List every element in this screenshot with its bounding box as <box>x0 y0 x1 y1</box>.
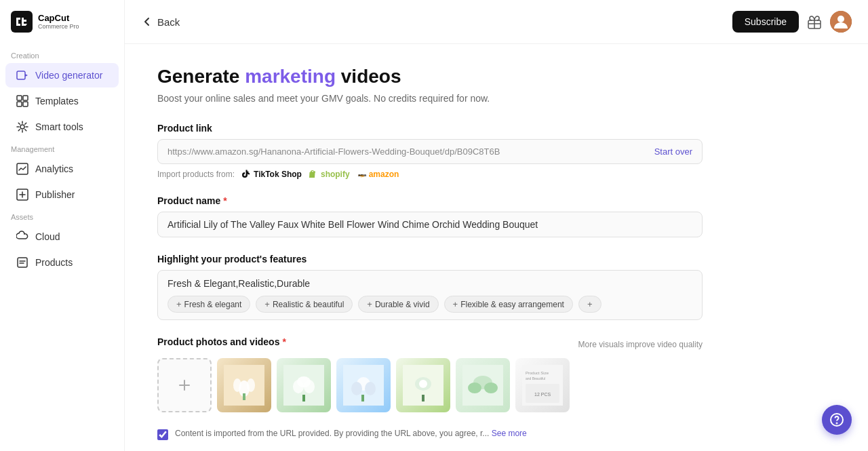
title-pre: Generate <box>157 66 245 87</box>
sidebar: CapCut Commerce Pro Creation Video gener… <box>0 0 125 451</box>
svg-point-37 <box>484 383 498 393</box>
shopify-icon <box>309 170 318 179</box>
sidebar-item-video-generator[interactable]: Video generator <box>5 63 119 87</box>
sidebar-item-cloud[interactable]: Cloud <box>5 224 119 249</box>
sidebar-item-label: Publisher <box>35 189 75 200</box>
sidebar-item-smart-tools[interactable]: Smart tools <box>5 115 119 139</box>
flower-thumbnail-6: Product Size and Beautiful 12 PCS <box>522 365 563 406</box>
photo-thumb-4[interactable] <box>396 358 450 412</box>
page-subtitle: Boost your online sales and meet your GM… <box>157 93 703 104</box>
start-over-link[interactable]: Start over <box>654 146 692 157</box>
add-photo-icon <box>176 377 193 393</box>
tiktok-shop-badge[interactable]: TikTok Shop <box>241 170 302 179</box>
product-name-section: Product name * <box>157 195 703 237</box>
required-marker: * <box>223 195 226 206</box>
shopify-badge[interactable]: shopify <box>309 170 350 179</box>
feature-tags: +Fresh & elegant +Realistic & beautiful … <box>167 296 692 313</box>
subscribe-button[interactable]: Subscribe <box>732 11 799 33</box>
sidebar-item-products[interactable]: Products <box>5 250 119 275</box>
photo-thumb-1[interactable] <box>217 358 271 412</box>
consent-checkbox[interactable] <box>157 429 168 440</box>
smart-tools-icon <box>16 121 28 133</box>
see-more-link[interactable]: See more <box>492 429 527 438</box>
svg-rect-10 <box>18 258 27 267</box>
photos-label: Product photos and videos * <box>157 336 286 347</box>
title-highlight: marketing <box>245 66 336 87</box>
sidebar-item-label: Products <box>35 257 73 268</box>
svg-rect-19 <box>243 393 245 400</box>
sidebar-item-label: Analytics <box>35 163 73 174</box>
feature-tag[interactable]: +Flexible & easy arrangement <box>444 296 573 313</box>
sidebar-item-publisher[interactable]: Publisher <box>5 182 119 207</box>
photo-thumb-5[interactable] <box>456 358 510 412</box>
sidebar-item-label: Smart tools <box>35 121 83 132</box>
features-section: Highlight your product's features +Fresh… <box>157 254 703 320</box>
product-name-input[interactable] <box>157 212 703 237</box>
svg-rect-5 <box>17 102 22 106</box>
svg-text:12 PCS: 12 PCS <box>534 392 551 397</box>
sidebar-item-label: Video generator <box>35 70 102 81</box>
svg-point-17 <box>233 378 241 392</box>
amazon-badge[interactable]: amazon amazon <box>357 170 399 179</box>
product-link-label: Product link <box>157 123 703 134</box>
avatar[interactable] <box>830 11 852 33</box>
photo-thumb-2[interactable] <box>277 358 331 412</box>
photos-required-marker: * <box>282 336 285 347</box>
features-input[interactable] <box>167 278 692 289</box>
photo-thumb-6[interactable]: Product Size and Beautiful 12 PCS <box>515 358 570 412</box>
flower-thumbnail-2 <box>283 365 324 406</box>
help-bubble[interactable] <box>822 405 852 435</box>
topbar: Back Subscribe <box>125 0 868 44</box>
photo-thumb-3[interactable] <box>336 358 391 412</box>
product-link-section: Product link Start over Import products … <box>157 123 703 179</box>
help-icon <box>830 413 844 427</box>
flower-thumbnail-3 <box>343 365 384 406</box>
consent-text: Content is imported from the URL provide… <box>175 429 527 438</box>
photos-hint: More visuals improve video quality <box>578 340 703 349</box>
feature-tag-more[interactable]: + <box>578 296 601 313</box>
topbar-right: Subscribe <box>732 11 852 33</box>
svg-rect-4 <box>23 96 28 100</box>
url-input-wrap: Start over <box>157 139 703 164</box>
product-link-input[interactable] <box>167 146 649 157</box>
capcut-logo-icon <box>11 11 33 33</box>
feature-tag[interactable]: +Realistic & beautiful <box>256 296 353 313</box>
svg-rect-29 <box>361 395 364 401</box>
cloud-icon <box>16 231 28 243</box>
gift-button[interactable] <box>807 14 822 29</box>
svg-rect-24 <box>302 395 305 401</box>
add-photo-button[interactable] <box>157 358 212 412</box>
feature-tag[interactable]: +Durable & vivid <box>358 296 438 313</box>
flower-thumbnail-5 <box>462 365 503 406</box>
svg-point-28 <box>365 382 376 395</box>
features-label: Highlight your product's features <box>157 254 703 264</box>
sidebar-item-label: Cloud <box>35 231 60 242</box>
svg-point-44 <box>837 423 837 424</box>
flower-thumbnail-4 <box>403 365 443 406</box>
svg-point-22 <box>293 380 304 393</box>
svg-rect-6 <box>23 102 28 106</box>
back-button[interactable]: Back <box>141 16 180 28</box>
assets-section-label: Assets <box>0 208 124 224</box>
feature-tag[interactable]: +Fresh & elegant <box>167 296 250 313</box>
sidebar-item-analytics[interactable]: Analytics <box>5 157 119 181</box>
svg-point-7 <box>20 125 24 129</box>
photos-header: Product photos and videos * More visuals… <box>157 336 703 353</box>
svg-point-27 <box>351 382 362 395</box>
templates-icon <box>16 95 28 107</box>
creation-section-label: Creation <box>0 46 124 62</box>
svg-point-23 <box>304 380 315 393</box>
main-content: Back Subscribe Generate marketing videos… <box>125 0 868 451</box>
gift-icon <box>807 14 822 29</box>
svg-text:and Beautiful: and Beautiful <box>526 376 545 380</box>
platform-logos: TikTok Shop shopify amazon amazon <box>241 170 399 179</box>
import-from: Import products from: TikTok Shop shopif… <box>157 170 703 179</box>
products-icon <box>16 256 28 269</box>
svg-rect-1 <box>17 71 25 79</box>
page-title: Generate marketing videos <box>157 66 703 87</box>
tiktok-icon <box>241 170 251 179</box>
svg-rect-3 <box>17 96 22 100</box>
sidebar-item-templates[interactable]: Templates <box>5 89 119 113</box>
consent-row: Content is imported from the URL provide… <box>157 429 703 440</box>
back-label: Back <box>157 16 180 28</box>
